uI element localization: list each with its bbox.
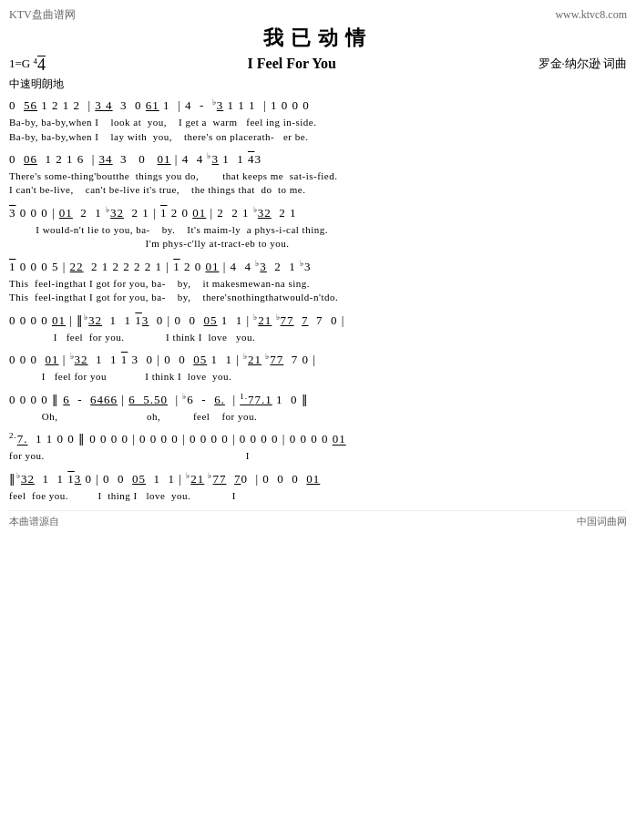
- notes-row-5: 0 0 0 0 01 | ‖♭32 1 1 13 0 | 0 0 05 1 1 …: [9, 311, 627, 331]
- lyrics-row-8a: for you. I: [9, 449, 627, 463]
- notes-row-6: 0 0 0 01 | ♭32 1 1 1 3 0 | 0 0 05 1 1 | …: [9, 350, 627, 370]
- lyrics-row-7a: Oh, oh, feel for you.: [9, 410, 627, 424]
- subtitle-row: 1=G 44 I Feel For You 罗金·纳尔逊 词曲: [9, 56, 627, 75]
- footer: 本曲谱源自 中国词曲网: [9, 510, 627, 528]
- music-line-1: 0 56 1 2 1 2 | 3 4 3 0 61 1 | 4 - ♭3 1 1…: [9, 96, 627, 144]
- lyrics-row-1a: Ba-by, ba-by,when I look at you, I get a…: [9, 116, 627, 129]
- key-info: 1=G 44: [9, 56, 46, 75]
- lyrics-row-9a: feel foe you. I thing I love you. I: [9, 489, 627, 503]
- notes-row-1: 0 56 1 2 1 2 | 3 4 3 0 61 1 | 4 - ♭3 1 1…: [9, 96, 627, 116]
- music-line-2: 0 06 1 2 1 6 | 34 3 0 01 | 4 4 ♭3 1 1 43…: [9, 149, 627, 198]
- music-line-8: 2.7. 1 1 0 0 ‖ 0 0 0 0 | 0 0 0 0 | 0 0 0…: [9, 429, 627, 464]
- lyrics-row-6a: I feel for you I think I love you.: [9, 370, 627, 384]
- lyrics-row-4b: This feel-ingthat I got for you, ba- by,…: [9, 291, 627, 304]
- lyrics-row-3a: I would-n't lie to you, ba- by. It's mai…: [9, 223, 627, 237]
- music-line-5: 0 0 0 0 01 | ‖♭32 1 1 13 0 | 0 0 05 1 1 …: [9, 311, 627, 345]
- top-bar: KTV盘曲谱网 www.ktvc8.com: [9, 7, 627, 23]
- music-line-9: ‖♭32 1 1 13 0 | 0 0 05 1 1 | ♭21 ♭77 70 …: [9, 469, 627, 504]
- lyrics-row-4a: This feel-ingthat I got for you, ba- by,…: [9, 277, 627, 291]
- song-title: 我已动情: [9, 25, 627, 52]
- music-line-3: 3 0 0 0 | 01 2 1 ♭32 2 1 | 1 2 0 01 | 2 …: [9, 203, 627, 251]
- lyrics-row-2b: I can't be-live, can't be-live it's true…: [9, 183, 627, 197]
- tempo: 中速明朗地: [9, 77, 627, 92]
- lyrics-row-5a: I feel for you. I think I love you.: [9, 331, 627, 344]
- site-left: KTV盘曲谱网: [9, 7, 76, 23]
- footer-right: 中国词曲网: [577, 515, 627, 528]
- footer-left: 本曲谱源自: [9, 515, 59, 528]
- notes-row-8: 2.7. 1 1 0 0 ‖ 0 0 0 0 | 0 0 0 0 | 0 0 0…: [9, 429, 627, 449]
- notes-row-4: 1 0 0 0 5 | 22 2 1 2 2 2 2 1 | 1 2 0 01 …: [9, 257, 627, 277]
- notes-row-2: 0 06 1 2 1 6 | 34 3 0 01 | 4 4 ♭3 1 1 43: [9, 149, 627, 169]
- author: 罗金·纳尔逊 词曲: [539, 56, 628, 72]
- notes-row-9: ‖♭32 1 1 13 0 | 0 0 05 1 1 | ♭21 ♭77 70 …: [9, 469, 627, 489]
- subtitle: I Feel For You: [46, 56, 539, 72]
- lyrics-row-2a: There's some-thing'boutthe things you do…: [9, 169, 627, 183]
- time-signature: 44: [33, 56, 46, 74]
- music-line-4: 1 0 0 0 5 | 22 2 1 2 2 2 2 1 | 1 2 0 01 …: [9, 257, 627, 305]
- notes-row-7: 0 0 0 0 ‖ 6 - 6466 | 6 5.50 | ♭6 - 6. | …: [9, 390, 627, 410]
- key-signature: 1=G: [9, 56, 30, 70]
- score-content: 0 56 1 2 1 2 | 3 4 3 0 61 1 | 4 - ♭3 1 1…: [9, 96, 627, 503]
- lyrics-row-3b: I'm phys-c'lly at-tract-eb to you.: [9, 237, 627, 251]
- lyrics-row-1b: Ba-by, ba-by,when I lay with you, there'…: [9, 130, 627, 144]
- page: KTV盘曲谱网 www.ktvc8.com 我已动情 1=G 44 I Feel…: [0, 0, 636, 840]
- notes-row-3: 3 0 0 0 | 01 2 1 ♭32 2 1 | 1 2 0 01 | 2 …: [9, 203, 627, 223]
- music-line-6: 0 0 0 01 | ♭32 1 1 1 3 0 | 0 0 05 1 1 | …: [9, 350, 627, 384]
- music-line-7: 0 0 0 0 ‖ 6 - 6466 | 6 5.50 | ♭6 - 6. | …: [9, 390, 627, 425]
- site-right: www.ktvc8.com: [555, 8, 627, 22]
